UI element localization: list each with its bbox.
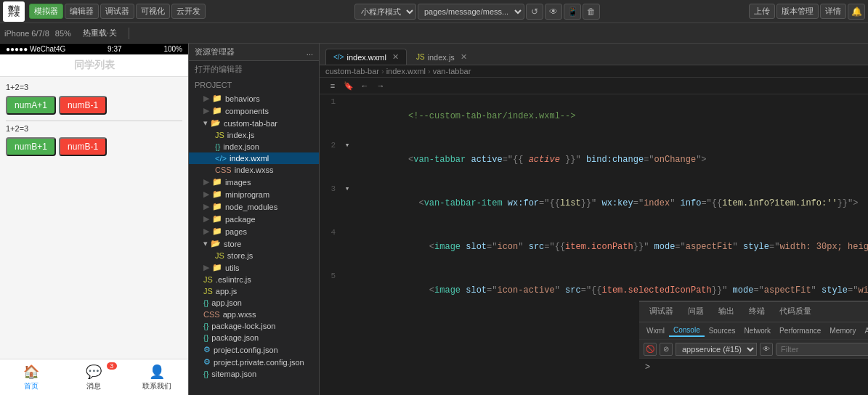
nav-home[interactable]: 🏠 首页	[0, 359, 62, 395]
forward-btn[interactable]: →	[373, 79, 388, 92]
editor-btn[interactable]: 编辑器	[65, 4, 99, 19]
devtools-tab-output[interactable]: 输出	[711, 304, 742, 320]
code-editor[interactable]: 1 <!--custom-tab-bar/index.wxml--> 2 ▾ <…	[320, 94, 868, 301]
numa-plus-btn[interactable]: numA+1	[6, 96, 56, 115]
detail-btn[interactable]: 详情	[820, 4, 846, 19]
folder-pages[interactable]: ▶ 📁 pages	[189, 225, 319, 237]
close-tab-icon[interactable]: ✕	[461, 52, 467, 62]
console-pause-btn[interactable]: ⊘	[660, 343, 673, 356]
devtools-tab-quality[interactable]: 代码质量	[772, 304, 819, 320]
top-toolbar: 微信开发 模拟器 编辑器 调试器 可视化 云开发 小程序模式 pages/mes…	[0, 0, 868, 23]
tab-index-js[interactable]: JS index.js ✕	[408, 49, 475, 65]
file-index-json[interactable]: {} index.json	[189, 141, 319, 152]
cloud-btn[interactable]: 云开发	[171, 4, 206, 19]
file-sitemap-json[interactable]: {} sitemap.json	[189, 368, 319, 380]
folder-store[interactable]: ▾ 📂 store	[189, 237, 319, 250]
visual-btn[interactable]: 可视化	[136, 4, 170, 19]
line-gutter	[341, 269, 353, 301]
mode-select[interactable]: 小程序模式	[354, 4, 416, 20]
file-label: sitemap.json	[211, 370, 256, 378]
file-project-config[interactable]: ⚙ project.config.json	[189, 343, 319, 356]
debugger-btn[interactable]: 调试器	[100, 4, 134, 19]
line-gutter: ▾	[341, 182, 353, 225]
expand-icon: ▶	[203, 227, 209, 236]
console-clear-btn[interactable]: 🚫	[644, 343, 657, 356]
expand-icon: ▶	[203, 263, 209, 272]
file-app-json[interactable]: {} app.json	[189, 297, 319, 309]
folder-components[interactable]: ▶ 📁 components	[189, 105, 319, 117]
preview-btn[interactable]: 👁	[545, 4, 562, 20]
wxml-tab-icon: </>	[333, 53, 344, 61]
console-tab-memory[interactable]: Memory	[825, 325, 860, 336]
console-tab-wxml[interactable]: Wxml	[642, 325, 669, 336]
expand-icon: ▶	[203, 202, 209, 211]
upload-btn[interactable]: 上传	[749, 4, 775, 19]
file-eslintrc[interactable]: JS .eslintrc.js	[189, 274, 319, 285]
devtools-tab-terminal[interactable]: 终端	[742, 304, 772, 320]
file-index-wxml[interactable]: </> index.wxml	[189, 152, 319, 164]
folder-behaviors[interactable]: ▶ 📁 behaviors	[189, 92, 319, 105]
file-package-json[interactable]: {} package.json	[189, 332, 319, 343]
file-tree-menu-icon[interactable]: ...	[307, 48, 313, 57]
console-content[interactable]: >	[639, 359, 868, 395]
numb-minus-btn[interactable]: numB-1	[59, 96, 107, 115]
clearcache-btn[interactable]: 🗑	[583, 4, 600, 20]
editor-breadcrumb: custom-tab-bar › index.wxml › van-tabbar	[320, 65, 868, 78]
console-tab-console[interactable]: Console	[669, 325, 705, 337]
devtools-tab-problems[interactable]: 问题	[681, 304, 711, 320]
expand-icon: ▶	[203, 190, 209, 199]
hot-reload-btn[interactable]: 热重载·关	[77, 26, 123, 40]
refresh-btn[interactable]: ↺	[526, 4, 543, 20]
realdevice-btn[interactable]: 📱	[564, 4, 581, 20]
nav-messages[interactable]: 3 💬 消息	[62, 359, 125, 395]
file-index-wxss[interactable]: CSS index.wxss	[189, 164, 319, 176]
version-btn[interactable]: 版本管理	[776, 4, 819, 19]
bookmark-btn[interactable]: 🔖	[341, 79, 356, 92]
nav-home-label: 首页	[24, 381, 38, 391]
js-file-icon: JS	[215, 131, 224, 139]
console-eye-btn[interactable]: 👁	[760, 343, 773, 356]
close-tab-icon[interactable]: ✕	[392, 52, 399, 62]
file-project-private-config[interactable]: ⚙ project.private.config.json	[189, 356, 319, 368]
file-store-js[interactable]: JS store.js	[189, 250, 319, 261]
file-package-lock-json[interactable]: {} package-lock.json	[189, 320, 319, 332]
service-select[interactable]: appservice (#15)	[676, 343, 757, 356]
console-tab-network[interactable]: Network	[739, 325, 775, 336]
folder-package[interactable]: ▶ 📁 package	[189, 213, 319, 225]
code-line-1: 1 <!--custom-tab-bar/index.wxml-->	[320, 94, 868, 138]
app-logo: 微信开发	[3, 1, 25, 22]
file-label: index.js	[227, 131, 254, 139]
contact-icon: 👤	[149, 364, 165, 380]
button-row-2: numB+1 numB-1	[6, 137, 182, 156]
fold-all-btn[interactable]: ≡	[325, 79, 340, 92]
devtools-tab-debugger[interactable]: 调试器	[642, 304, 681, 320]
console-filter-input[interactable]	[776, 343, 868, 356]
file-index-js[interactable]: JS index.js	[189, 129, 319, 141]
scale-label: 85%	[55, 29, 71, 38]
wxss-file-icon: CSS	[215, 166, 232, 174]
numb-plus-btn[interactable]: numB+1	[6, 137, 56, 156]
folder-node-modules[interactable]: ▶ 📁 node_modules	[189, 200, 319, 213]
console-tab-appdata[interactable]: AppData	[860, 325, 868, 336]
folder-utils[interactable]: ▶ 📁 utils	[189, 261, 319, 274]
console-tab-sources[interactable]: Sources	[705, 325, 740, 336]
tab-label: index.wxml	[346, 53, 386, 62]
path-select[interactable]: pages/message/mess...	[418, 4, 524, 20]
folder-images[interactable]: ▶ 📁 images	[189, 176, 319, 188]
equation-2: 1+2=3	[6, 124, 182, 133]
file-app-wxss[interactable]: CSS app.wxss	[189, 309, 319, 320]
message-btn[interactable]: 🔔	[848, 4, 865, 20]
file-label: index.json	[223, 142, 259, 151]
folder-custom-tab-bar[interactable]: ▾ 📂 custom-tab-bar	[189, 117, 319, 129]
tab-index-wxml[interactable]: </> index.wxml ✕	[325, 49, 407, 65]
breadcrumb-part-1: custom-tab-bar	[325, 67, 379, 76]
simulator-btn[interactable]: 模拟器	[29, 4, 63, 19]
file-app-js[interactable]: JS app.js	[189, 285, 319, 297]
folder-miniprogram[interactable]: ▶ 📁 miniprogram	[189, 188, 319, 200]
back-btn[interactable]: ←	[357, 79, 372, 92]
nav-contact[interactable]: 👤 联系我们	[126, 359, 188, 395]
project-section: PROJECT	[189, 78, 319, 92]
expand-icon: ▾	[203, 239, 208, 248]
numb-minus-btn-2[interactable]: numB-1	[59, 137, 107, 156]
console-tab-performance[interactable]: Performance	[775, 325, 825, 336]
